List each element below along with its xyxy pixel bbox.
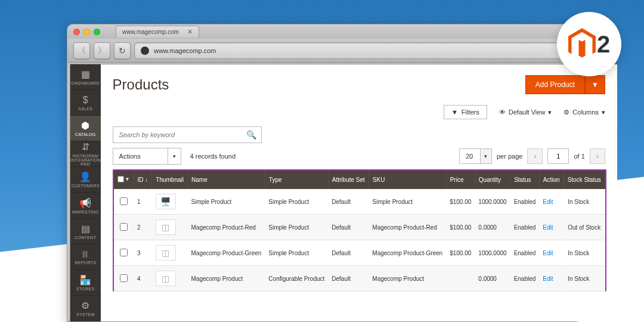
col-thumbnail[interactable]: Thumbnail (152, 171, 188, 189)
table-row[interactable]: 1🖥️Simple ProductSimple ProductDefaultSi… (114, 189, 605, 215)
edit-link[interactable]: Edit (543, 250, 553, 256)
tab-bar: www.magecomp.com ✕ (67, 24, 577, 39)
logo-number: 2 (597, 31, 610, 58)
col-price[interactable]: Price (446, 171, 475, 189)
sidebar-item-instagram[interactable]: ⇵INSTAGRAM INTEGRATION PRO (70, 141, 101, 167)
sidebar-label: SALES (78, 107, 92, 111)
columns-label: Columns (572, 109, 598, 116)
browser-tab[interactable]: www.magecomp.com ✕ (116, 26, 199, 38)
per-page-label: per page (497, 153, 522, 160)
dashboard-icon: ▦ (81, 69, 90, 80)
row-checkbox[interactable] (120, 249, 128, 256)
sidebar-label: CUSTOMERS (72, 184, 100, 188)
edit-link[interactable]: Edit (543, 275, 553, 282)
cell-sku: Magecomp Product-Red (369, 215, 446, 240)
columns-button[interactable]: ⚙Columns▾ (564, 109, 605, 116)
reload-button[interactable]: ↻ (114, 42, 131, 59)
of-pages: of 1 (574, 153, 584, 160)
cell-name: Simple Product (188, 189, 265, 215)
col-action[interactable]: Action (539, 171, 564, 189)
close-tab-icon[interactable]: ✕ (187, 28, 193, 36)
row-checkbox[interactable] (120, 197, 128, 205)
search-input[interactable] (113, 131, 242, 138)
actions-select[interactable]: Actions▾ (113, 148, 181, 165)
pager: 20▾ per page ‹ of 1 › (459, 148, 605, 164)
table-row[interactable]: 4◫Magecomp ProductConfigurable ProductDe… (114, 266, 605, 292)
cell-type: Simple Product (265, 240, 328, 266)
cell-stock-status: In Stock (564, 240, 605, 266)
thumbnail-icon: ◫ (156, 219, 176, 235)
magento2-logo: 2 (557, 12, 621, 76)
sidebar-item-reports[interactable]: ⫼REPORTS (70, 244, 101, 270)
minimize-window-icon[interactable] (83, 29, 90, 35)
page-input[interactable] (547, 148, 569, 164)
table-row[interactable]: 3◫Magecomp Product-GreenSimple ProductDe… (114, 240, 605, 266)
url-bar[interactable]: www.magecomp.com (134, 42, 571, 59)
sidebar-item-system[interactable]: ⚙SYSTEM (70, 296, 101, 321)
cell-type: Configurable Product (265, 266, 328, 292)
cell-qty: 1000.0000 (475, 189, 510, 215)
sidebar-item-sales[interactable]: $SALES (70, 90, 101, 116)
catalog-icon: ⬢ (81, 120, 89, 131)
cell-id: 1 (134, 189, 152, 215)
product-grid: ▼ ID ↓ Thumbnail Name Type Attribute Set… (113, 169, 606, 292)
search-icon[interactable]: 🔍 (242, 130, 261, 140)
next-page-button[interactable]: › (590, 148, 605, 164)
maximize-window-icon[interactable] (94, 29, 100, 35)
default-view-toggle[interactable]: 👁Default View▾ (499, 109, 552, 116)
col-status[interactable]: Status (510, 171, 540, 189)
filters-button[interactable]: ▼Filters (444, 105, 487, 119)
close-window-icon[interactable] (73, 29, 80, 35)
sidebar-label: MARKETING (72, 210, 98, 214)
cell-stock-status: In Stock (564, 189, 605, 215)
tab-label: www.magecomp.com (122, 29, 179, 35)
col-name[interactable]: Name (188, 171, 265, 189)
nav-row: 〈 〉 ↻ www.magecomp.com (67, 39, 577, 63)
add-product-button[interactable]: Add Product (525, 75, 585, 94)
sidebar-item-customers[interactable]: 👤CUSTOMERS (70, 167, 101, 193)
filters-label: Filters (462, 109, 479, 116)
cell-sku: Magecomp Product (369, 266, 446, 292)
table-row[interactable]: 2◫Magecomp Product-RedSimple ProductDefa… (114, 215, 605, 240)
sidebar-label: DASHBOARD (72, 81, 100, 85)
col-attrset[interactable]: Attribute Set (328, 171, 369, 189)
per-page-select[interactable]: 20▾ (459, 148, 492, 164)
cell-type: Simple Product (265, 189, 328, 215)
site-identity-icon (141, 47, 149, 55)
edit-link[interactable]: Edit (543, 224, 553, 231)
cell-status: Enabled (510, 266, 540, 292)
sidebar-label: CATALOG (75, 132, 96, 137)
col-type[interactable]: Type (265, 171, 328, 189)
system-icon: ⚙ (81, 300, 89, 311)
actions-label: Actions (119, 153, 141, 160)
cell-sku: Simple Product (369, 189, 446, 215)
row-checkbox[interactable] (120, 223, 128, 231)
sidebar-item-marketing[interactable]: 📢MARKETING (70, 193, 101, 218)
prev-page-button[interactable]: ‹ (527, 148, 543, 164)
admin-sidebar: ▦DASHBOARD $SALES ⬢CATALOG ⇵INSTAGRAM IN… (70, 64, 101, 321)
select-all-checkbox[interactable] (117, 176, 124, 182)
record-count: 4 records found (190, 153, 236, 160)
col-id[interactable]: ID ↓ (134, 171, 152, 189)
view-label: Default View (509, 109, 546, 116)
forward-button[interactable]: 〉 (94, 42, 110, 59)
sidebar-label: INSTAGRAM INTEGRATION PRO (70, 154, 101, 166)
marketing-icon: 📢 (79, 197, 91, 209)
col-stock[interactable]: Stock Status (564, 171, 605, 189)
instagram-icon: ⇵ (82, 141, 89, 153)
add-product-dropdown[interactable]: ▼ (585, 75, 605, 94)
cell-attrset: Default (328, 215, 369, 240)
row-checkbox[interactable] (120, 274, 128, 282)
edit-link[interactable]: Edit (543, 199, 553, 205)
col-sku[interactable]: SKU (369, 171, 446, 189)
back-button[interactable]: 〈 (73, 42, 90, 59)
sidebar-item-catalog[interactable]: ⬢CATALOG (70, 116, 101, 141)
caret-icon[interactable]: ▼ (125, 177, 130, 182)
sidebar-label: SYSTEM (76, 312, 95, 317)
sidebar-item-content[interactable]: ▤CONTENT (70, 219, 101, 244)
col-qty[interactable]: Quantity (475, 171, 510, 189)
sidebar-item-dashboard[interactable]: ▦DASHBOARD (70, 64, 101, 90)
sidebar-item-stores[interactable]: 🏪STORES (70, 270, 101, 296)
browser-window: www.magecomp.com ✕ 〈 〉 ↻ www.magecomp.co… (67, 24, 577, 322)
eye-icon: 👁 (499, 109, 506, 116)
